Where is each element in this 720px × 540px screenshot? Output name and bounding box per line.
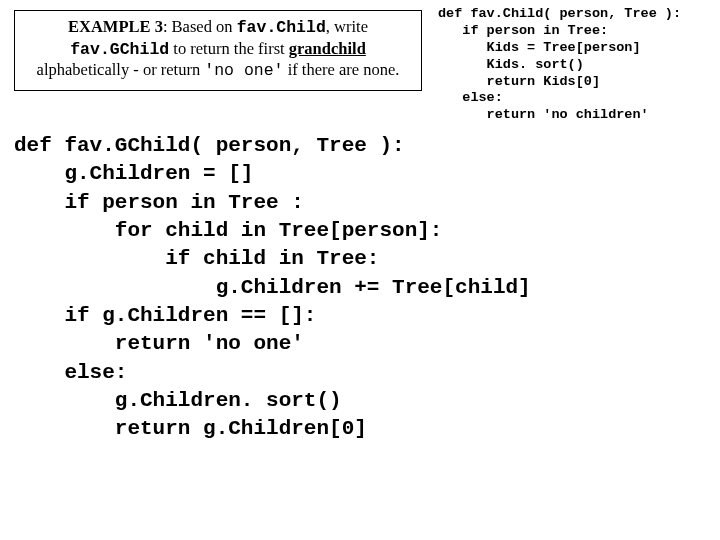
ref-line-1: def fav.Child( person, Tree ): (438, 6, 681, 21)
example-text-3: to return the first (169, 39, 289, 58)
example-text-2: , write (326, 17, 368, 36)
main-line-6: g.Children += Tree[child] (14, 276, 531, 299)
ref-line-2: if person in Tree: (438, 23, 608, 38)
ref-line-7: return 'no children' (438, 107, 649, 122)
main-code-block: def fav.GChild( person, Tree ): g.Childr… (14, 132, 531, 444)
main-line-2: g.Children = [] (14, 162, 253, 185)
example-text-1: : Based on (163, 17, 237, 36)
example-text-4: alphabetically - or return (37, 60, 205, 79)
ref-line-5: return Kids[0] (438, 74, 600, 89)
ref-line-4: Kids. sort() (438, 57, 584, 72)
main-line-5: if child in Tree: (14, 247, 379, 270)
main-line-9: else: (14, 361, 127, 384)
main-line-10: g.Children. sort() (14, 389, 342, 412)
main-line-11: return g.Children[0] (14, 417, 367, 440)
main-line-1: def fav.GChild( person, Tree ): (14, 134, 405, 157)
example-box: EXAMPLE 3: Based on fav.Child, write fav… (14, 10, 422, 91)
main-line-3: if person in Tree : (14, 191, 304, 214)
ref-line-6: else: (438, 90, 503, 105)
ref-line-3: Kids = Tree[person] (438, 40, 641, 55)
main-line-4: for child in Tree[person]: (14, 219, 442, 242)
example-label: EXAMPLE 3 (68, 17, 163, 36)
example-fn1: fav.Child (237, 18, 326, 37)
example-fn2: fav.GChild (70, 40, 169, 59)
reference-code-block: def fav.Child( person, Tree ): if person… (438, 6, 681, 124)
example-literal: 'no one' (204, 61, 283, 80)
main-line-7: if g.Children == []: (14, 304, 316, 327)
example-grandchild: grandchild (289, 39, 366, 58)
example-text-5: if there are none. (284, 60, 400, 79)
main-line-8: return 'no one' (14, 332, 304, 355)
